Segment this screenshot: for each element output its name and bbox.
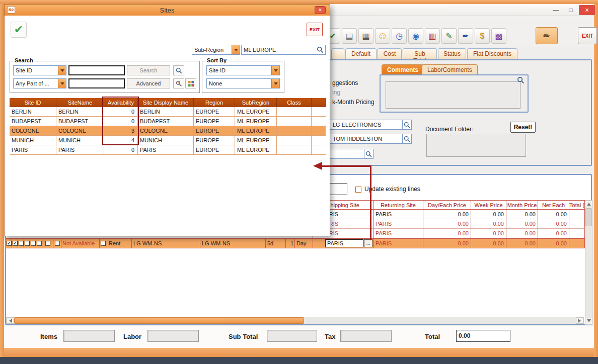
grid-view-button[interactable] [185, 78, 196, 88]
col-site-id[interactable]: Site ID [10, 98, 56, 107]
line-checkbox[interactable] [37, 241, 42, 246]
col-day-each-price[interactable]: Day/Each Price [423, 200, 471, 210]
line-checkbox[interactable]: ✔ [7, 241, 12, 246]
col-class[interactable]: Class [277, 98, 312, 107]
printer-button[interactable]: ▦ [358, 28, 373, 44]
maximize-button[interactable]: □ [564, 5, 578, 15]
subtab-comments[interactable]: Comments [382, 64, 424, 74]
highlighted-tool-button[interactable]: ✏ [536, 27, 558, 44]
money-button[interactable]: $ [475, 28, 490, 44]
site-row-munich[interactable]: MUNICH MUNICH 4 MUNICH EUROPE ML EUROPE [10, 136, 326, 145]
line-checkbox[interactable] [25, 241, 30, 246]
chevron-down-icon[interactable] [232, 45, 240, 54]
dialog-titlebar[interactable]: R2 Sites × [5, 5, 330, 16]
col-returning-site[interactable]: Returning Site [373, 200, 423, 210]
vendor-search-icon[interactable] [403, 120, 412, 130]
scroll-down-button[interactable] [585, 318, 592, 324]
search-input-1[interactable] [68, 65, 125, 75]
tab-sub-total[interactable]: Sub Total [403, 48, 437, 59]
selected-grid-row[interactable]: ✔ ✔ Not Available Rent LG WM-NS LG WM-NS… [6, 238, 585, 248]
horizontal-scrollbar[interactable] [6, 317, 584, 324]
tab-flat-discounts[interactable]: Flat Discounts [467, 48, 517, 59]
smiley-button[interactable]: ☺ [375, 28, 390, 44]
advanced-button[interactable]: Advanced [127, 78, 170, 88]
col-availability[interactable]: Availability [104, 98, 138, 107]
sort-secondary-combo[interactable]: None [206, 78, 280, 88]
search-field-combo[interactable]: Site ID [13, 65, 66, 75]
scroll-left-button[interactable] [7, 317, 14, 324]
line-checkbox[interactable] [101, 241, 106, 246]
scroll-right-button[interactable] [576, 317, 583, 324]
chevron-down-icon[interactable] [58, 66, 66, 75]
col-site-name[interactable]: SiteName [56, 98, 104, 107]
site-row-berlin[interactable]: BERLIN BERLIN 0 BERLIN EUROPE ML EUROPE [10, 107, 326, 117]
sort-primary-combo[interactable]: Site ID [206, 65, 280, 75]
cubes-button[interactable]: ▩ [491, 28, 506, 44]
clock-button[interactable]: ◷ [392, 28, 407, 44]
chevron-down-icon[interactable] [271, 79, 279, 88]
search-input-2[interactable] [68, 78, 125, 88]
line-checkbox[interactable] [55, 241, 60, 246]
contact-search-icon[interactable] [403, 134, 412, 144]
minimize-button[interactable]: — [549, 5, 563, 15]
items-field[interactable] [63, 330, 115, 342]
shipping-site-input[interactable]: PARIS [325, 239, 363, 247]
disc-button[interactable]: ◉ [408, 28, 423, 44]
vertical-scroll-thumb[interactable] [585, 208, 592, 226]
comments-search-icon[interactable] [517, 76, 525, 84]
site-row-paris[interactable]: PARIS PARIS 0 PARIS EUROPE ML EUROPE [10, 145, 326, 155]
comments-textarea[interactable] [386, 81, 520, 109]
col-week-price[interactable]: Week Price [471, 200, 506, 210]
tab-default[interactable]: Default [345, 48, 377, 59]
col-net-each[interactable]: Net Each [538, 200, 569, 210]
col-month-price[interactable]: Month Price [506, 200, 538, 210]
main-exit-button[interactable]: EXIT [578, 27, 597, 44]
copy-button[interactable]: ▤ [342, 28, 357, 44]
total-field[interactable]: 0.00 [456, 330, 510, 342]
document-folder-box[interactable] [426, 134, 526, 157]
search-icon[interactable] [317, 46, 324, 53]
pen-button[interactable]: ✒ [458, 28, 473, 44]
line-checkbox[interactable] [19, 241, 24, 246]
match-mode-combo[interactable]: Any Part of ... [13, 78, 66, 88]
subtab-laborcomments[interactable]: LaborComments [422, 64, 478, 74]
col-total[interactable]: Total ( [569, 200, 585, 210]
labor-field[interactable] [147, 330, 199, 342]
scroll-up-button[interactable] [585, 201, 592, 207]
vertical-scrollbar[interactable] [585, 200, 592, 325]
site-row-cologne-selected[interactable]: COLOGNE COLOGNE 3 COLOGNE EUROPE ML EURO… [10, 126, 326, 136]
chevron-down-icon[interactable] [271, 66, 279, 75]
col-region[interactable]: Region [194, 98, 235, 107]
notepad-button[interactable]: ✎ [441, 28, 457, 44]
dialog-close-button[interactable]: × [315, 6, 326, 14]
update-existing-lines-checkbox[interactable] [355, 187, 361, 193]
dialog-exit-button[interactable]: EXIT [307, 23, 323, 36]
subregion-combo[interactable]: Sub-Region [192, 45, 240, 55]
line-checkbox[interactable]: ✔ [13, 241, 18, 246]
reset-button[interactable]: Reset! [510, 122, 536, 133]
vendor-field[interactable]: LG ELECTRONICS [324, 120, 403, 130]
horizontal-scroll-thumb[interactable] [14, 317, 304, 324]
contact-field[interactable]: TOM HIDDLESTON [324, 134, 403, 144]
library-button[interactable]: ▥ [425, 28, 440, 44]
extra-search-icon[interactable] [364, 149, 373, 159]
tab-status[interactable]: Status [438, 48, 466, 59]
tab-partial[interactable] [331, 48, 344, 59]
site-row-budapest[interactable]: BUDAPEST BUDAPEST 0 BUDAPEST EUROPE ML E… [10, 117, 326, 126]
advanced-search-button[interactable] [173, 78, 184, 88]
confirm-button[interactable]: ✔ [11, 22, 27, 38]
col-site-display-name[interactable]: Site Display Name [138, 98, 194, 107]
extra-lookup-field[interactable] [324, 149, 364, 159]
line-checkbox[interactable] [31, 241, 36, 246]
site-lookup-ellipsis-button[interactable]: ... [364, 239, 372, 247]
col-subregion[interactable]: SubRegion [235, 98, 277, 107]
tab-cost[interactable]: Cost [378, 48, 402, 59]
search-button[interactable]: Search [127, 65, 170, 75]
subtotal-field[interactable] [267, 330, 317, 342]
subregion-search-field[interactable]: ML EUROPE [241, 45, 326, 55]
close-button[interactable]: × [579, 5, 595, 15]
tax-field[interactable] [340, 330, 392, 342]
chevron-down-icon[interactable] [58, 79, 66, 88]
line-checkbox[interactable] [45, 241, 50, 246]
search-magnifier-button[interactable] [173, 65, 184, 75]
